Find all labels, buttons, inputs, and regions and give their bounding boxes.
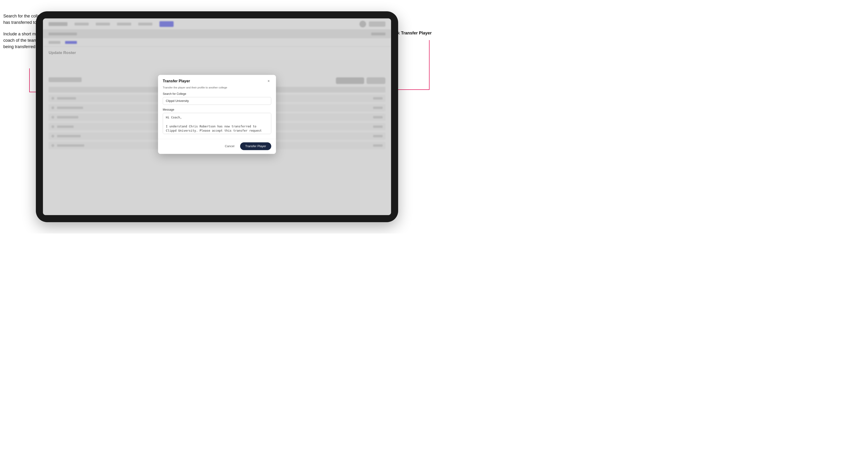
transfer-player-modal: Transfer Player × Transfer the player an… — [158, 75, 276, 154]
modal-title: Transfer Player — [163, 79, 190, 83]
message-label: Message — [163, 108, 271, 111]
transfer-player-button[interactable]: Transfer Player — [240, 142, 271, 150]
search-college-label: Search for College — [163, 92, 271, 96]
cancel-button[interactable]: Cancel — [222, 143, 237, 150]
tablet-frame: Update Roster Transfer Player × Transfer… — [36, 11, 398, 222]
modal-close-button[interactable]: × — [266, 79, 271, 84]
message-textarea[interactable]: Hi Coach, I understand Chris Robertson h… — [163, 113, 271, 134]
modal-description: Transfer the player and their profile to… — [163, 86, 271, 89]
modal-footer: Cancel Transfer Player — [158, 139, 276, 154]
modal-body: Transfer the player and their profile to… — [158, 86, 276, 139]
search-college-input[interactable] — [163, 97, 271, 105]
annotation-bold: Transfer Player — [401, 31, 432, 35]
tablet-screen: Update Roster Transfer Player × Transfer… — [43, 19, 391, 215]
modal-header: Transfer Player × — [158, 75, 276, 86]
